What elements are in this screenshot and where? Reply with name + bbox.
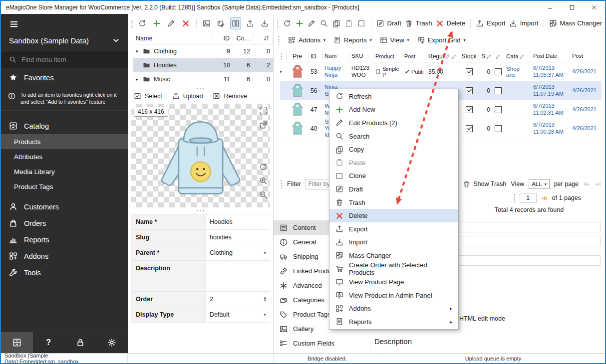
column-header-regular-price[interactable]: Regul bbox=[426, 51, 449, 62]
store-button[interactable] bbox=[1, 332, 33, 353]
export-grid-dropdown[interactable]: Export Grid▾ bbox=[417, 36, 466, 44]
add-product-button[interactable] bbox=[295, 17, 304, 29]
column-header-edit[interactable] bbox=[492, 51, 504, 62]
edit-product-button[interactable] bbox=[307, 17, 316, 29]
menu-item-add-new[interactable]: Add New bbox=[329, 103, 458, 117]
column-header-product-type[interactable]: Product bbox=[373, 51, 402, 62]
expand-caret-icon[interactable]: ▾ bbox=[136, 49, 142, 54]
download-image-button[interactable] bbox=[259, 17, 270, 29]
column-header-sku[interactable]: SKU bbox=[349, 51, 373, 62]
sidebar-item-products[interactable]: Products bbox=[1, 134, 128, 149]
clone-button[interactable] bbox=[357, 17, 366, 29]
parent-dropdown[interactable]: Clothing ▾ bbox=[206, 245, 270, 260]
toolbar-grip[interactable] bbox=[278, 35, 280, 44]
delete-button[interactable]: Delete bbox=[436, 19, 466, 27]
column-header-post-status[interactable]: Post bbox=[402, 51, 426, 62]
column-header-post[interactable]: Post bbox=[570, 51, 602, 62]
addons-dropdown[interactable]: Addons▾ bbox=[288, 36, 325, 44]
name-field[interactable]: Hoodies bbox=[206, 214, 270, 229]
remove-image-button[interactable]: Remove bbox=[213, 92, 247, 100]
column-header-edit[interactable] bbox=[449, 51, 459, 62]
html-edit-mode-label[interactable]: HTML edit mode bbox=[459, 315, 505, 322]
flag-checkbox[interactable] bbox=[495, 87, 502, 94]
grid-grip[interactable] bbox=[280, 53, 283, 60]
trash-button[interactable]: Trash bbox=[405, 19, 432, 27]
connection-selector[interactable]: Sandbox (Sample Data) bbox=[1, 30, 128, 51]
category-row[interactable]: ▸ Music 11 6 0 bbox=[133, 72, 273, 86]
menu-item-view-in-admin[interactable]: View Product in Admin Panel bbox=[329, 289, 458, 302]
sidebar-item-media-library[interactable]: Media Library bbox=[1, 164, 128, 179]
stock-checkbox[interactable] bbox=[466, 87, 473, 94]
product-row[interactable]: ▸ 53 Happy Ninja HD123 WOO Simple P Publ… bbox=[280, 62, 602, 81]
settings-button[interactable] bbox=[96, 332, 128, 353]
add-category-button[interactable] bbox=[151, 17, 162, 29]
stock-checkbox[interactable] bbox=[466, 106, 473, 113]
menu-item-import[interactable]: Import bbox=[329, 236, 458, 249]
search-products-button[interactable] bbox=[319, 17, 328, 29]
product-qty[interactable]: 0 bbox=[479, 87, 492, 94]
paste-button[interactable] bbox=[344, 17, 353, 29]
category-row[interactable]: ▾ Clothing 9 12 0 bbox=[133, 44, 273, 58]
select-image-button[interactable]: Select bbox=[134, 92, 162, 100]
delete-category-button[interactable] bbox=[180, 17, 191, 29]
menu-item-reports[interactable]: Reports▸ bbox=[329, 315, 458, 329]
order-stepper[interactable]: 2 ▴▾ bbox=[206, 292, 270, 307]
panel-splitter[interactable] bbox=[128, 208, 273, 213]
menu-item-edit-products[interactable]: Edit Products (2) bbox=[329, 116, 458, 130]
menu-item-create-order[interactable]: Create Order with Selected Products bbox=[329, 262, 458, 276]
column-header-name[interactable]: Nam bbox=[322, 51, 349, 62]
flag-checkbox[interactable] bbox=[495, 68, 502, 75]
column-header-catalog[interactable]: Cata bbox=[504, 51, 531, 62]
copy-button[interactable] bbox=[332, 17, 341, 29]
product-post-modified[interactable]: 4/26/2021 bbox=[570, 68, 602, 75]
product-post-date[interactable]: 6/7/2013 11:02:31 AM bbox=[531, 103, 570, 116]
sidebar-item-tools[interactable]: Tools bbox=[1, 264, 128, 281]
image-button[interactable] bbox=[202, 17, 213, 29]
product-price[interactable]: 35.00 bbox=[426, 68, 449, 75]
toolbar-grip[interactable] bbox=[513, 193, 516, 202]
export-button[interactable]: Export bbox=[476, 19, 506, 27]
product-post-modified[interactable]: 4/26/2021 bbox=[570, 87, 602, 94]
help-button[interactable]: ? bbox=[33, 332, 65, 353]
close-button[interactable] bbox=[583, 1, 605, 14]
minimize-button[interactable] bbox=[539, 1, 561, 14]
menu-item-clone[interactable]: Clone bbox=[329, 170, 458, 183]
menu-item-search[interactable]: Search bbox=[329, 130, 458, 143]
edit-category-button[interactable] bbox=[166, 17, 177, 29]
go-to-page-icon[interactable] bbox=[541, 194, 548, 202]
category-row-selected[interactable]: Hoodies 10 6 2 bbox=[133, 58, 273, 72]
open-external-button[interactable] bbox=[258, 120, 268, 130]
collapse-caret-icon[interactable]: ▸ bbox=[136, 77, 142, 82]
split-view-toggle[interactable] bbox=[230, 17, 241, 29]
lock-button[interactable] bbox=[64, 332, 96, 353]
column-header-post-date[interactable]: Post Date bbox=[531, 51, 570, 62]
view-dropdown[interactable]: View▾ bbox=[380, 36, 409, 44]
draft-button[interactable]: Draft bbox=[376, 19, 401, 27]
column-header-id[interactable]: ID bbox=[213, 32, 233, 44]
menu-item-mass-changer[interactable]: Mass Changer bbox=[329, 249, 458, 262]
stock-checkbox[interactable] bbox=[466, 125, 473, 132]
sidebar-item-reports[interactable]: Reports bbox=[1, 231, 128, 248]
flag-checkbox[interactable] bbox=[495, 106, 502, 113]
column-header-count[interactable]: Co... bbox=[233, 32, 253, 44]
column-header-name[interactable]: Name bbox=[133, 32, 213, 44]
product-qty[interactable]: 0 bbox=[479, 125, 492, 132]
product-post-date[interactable]: 6/7/2013 11:00:28 AM bbox=[531, 122, 570, 135]
toolbar-grip[interactable] bbox=[277, 19, 279, 28]
last-page-icon[interactable] bbox=[594, 181, 602, 188]
column-header-id[interactable]: ID bbox=[308, 51, 322, 62]
rotate-image-button[interactable] bbox=[258, 162, 268, 172]
product-category[interactable]: Shop anc bbox=[504, 66, 531, 78]
reports-dropdown[interactable]: Reports▾ bbox=[333, 36, 372, 44]
sidebar-item-catalog[interactable]: Catalog bbox=[1, 118, 128, 134]
flag-checkbox[interactable] bbox=[495, 125, 502, 132]
sidebar-item-attributes[interactable]: Attributes bbox=[1, 149, 128, 164]
stock-checkbox[interactable] bbox=[466, 68, 473, 75]
column-header-sort[interactable] bbox=[253, 32, 273, 44]
menu-item-copy[interactable]: Copy bbox=[329, 143, 458, 156]
zoom-out-button[interactable] bbox=[258, 189, 268, 199]
maximize-button[interactable] bbox=[561, 1, 583, 14]
page-number-input[interactable] bbox=[520, 193, 537, 203]
panel-splitter[interactable] bbox=[128, 86, 273, 91]
per-page-dropdown[interactable]: ALL ▾ bbox=[529, 179, 549, 189]
